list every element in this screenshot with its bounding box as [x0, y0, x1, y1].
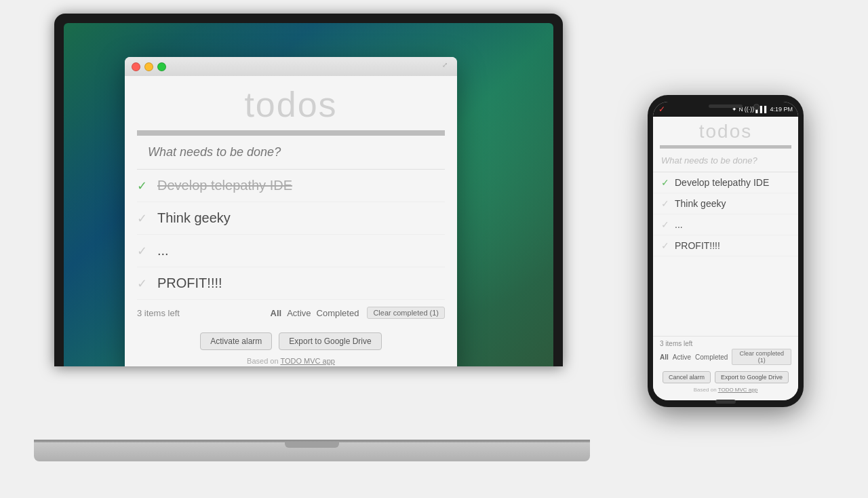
phone-status-indicator: ✓ [658, 104, 665, 114]
laptop-wallpaper: ⤢ todos ✓ [64, 23, 553, 366]
check-icon-1[interactable]: ✓ [137, 178, 157, 193]
clear-completed-button[interactable]: Clear completed (1) [367, 307, 445, 319]
progress-bar [137, 130, 445, 136]
time-display: 4:19 PM [770, 106, 793, 113]
todo-items-list: ✓ Develop telepathy IDE ✓ Think geeky ✓ … [137, 170, 445, 300]
phone-todo-mvc-link[interactable]: TODO MVC app [718, 387, 758, 393]
filter-completed[interactable]: Completed [317, 308, 359, 318]
todo-item[interactable]: ✓ Develop telepathy IDE [137, 170, 445, 202]
phone-check-icon-2[interactable]: ✓ [661, 198, 675, 209]
phone-todo-item[interactable]: ✓ PROFIT!!!! [653, 235, 798, 256]
phone: ✓ ✦ N ((·)) ▌▌▌ 4:19 PM todos What needs… [648, 95, 804, 407]
phone-filter-completed[interactable]: Completed [695, 353, 728, 361]
phone-status-right: ✦ N ((·)) ▌▌▌ 4:19 PM [732, 106, 793, 113]
check-icon-4[interactable]: ✓ [137, 276, 157, 291]
app-title: todos [125, 76, 457, 130]
phone-todo-text-4: PROFIT!!!! [675, 240, 720, 251]
phone-check-icon-4[interactable]: ✓ [661, 240, 675, 251]
phone-todo-item[interactable]: ✓ Develop telepathy IDE [653, 172, 798, 193]
phone-filter-active[interactable]: Active [673, 353, 691, 361]
export-google-drive-button[interactable]: Export to Google Drive [279, 332, 381, 350]
phone-clear-completed-button[interactable]: Clear completed (1) [732, 349, 791, 365]
phone-items-count: 3 items left [660, 340, 692, 347]
phone-filter-all[interactable]: All [660, 353, 669, 361]
laptop: ⤢ todos ✓ [34, 14, 590, 461]
phone-home-button[interactable] [715, 400, 736, 404]
filter-active[interactable]: Active [287, 308, 311, 318]
todo-mvc-link[interactable]: TODO MVC app [280, 357, 335, 365]
todo-text-1: Develop telepathy IDE [157, 178, 292, 193]
phone-footer: 3 items left All Active Completed Clear … [653, 336, 798, 400]
phone-app-title: todos [653, 117, 798, 145]
window-titlebar: ⤢ [125, 57, 457, 76]
phone-todo-text-2: Think geeky [675, 198, 726, 209]
bluetooth-icon: ✦ [732, 106, 737, 113]
nfc-icon: N [738, 106, 743, 113]
todo-window: ⤢ todos ✓ [125, 57, 457, 366]
todo-text-2: Think geeky [157, 210, 231, 226]
phone-cancel-alarm-button[interactable]: Cancel alarm [663, 371, 711, 383]
window-actions: Activate alarm Export to Google Drive [125, 326, 457, 357]
phone-check-icon-1[interactable]: ✓ [661, 177, 675, 188]
laptop-screen-outer: ⤢ todos ✓ [54, 14, 563, 366]
signal-icon: ▌▌▌ [755, 106, 768, 113]
phone-actions: Cancel alarm Export to Google Drive [660, 368, 791, 387]
minimize-button[interactable] [144, 62, 153, 71]
todo-text-4: PROFIT!!!! [157, 275, 222, 291]
phone-check-icon-3[interactable]: ✓ [661, 219, 675, 230]
close-button[interactable] [132, 62, 140, 71]
wifi-icon: ((·)) [745, 106, 755, 113]
todo-item[interactable]: ✓ PROFIT!!!! [137, 267, 445, 300]
todo-item[interactable]: ✓ Think geeky [137, 202, 445, 235]
expand-icon[interactable]: ⤢ [442, 61, 452, 71]
filter-all[interactable]: All [271, 308, 282, 318]
scene: ⤢ todos ✓ [0, 0, 868, 498]
todo-text-3: ... [157, 243, 169, 258]
filter-group: All Active Completed [271, 308, 359, 318]
phone-credit: Based on TODO MVC app [660, 387, 791, 397]
phone-input-area[interactable]: What needs to be done? [653, 149, 798, 172]
phone-status-bar: ✓ ✦ N ((·)) ▌▌▌ 4:19 PM [653, 102, 798, 117]
phone-todo-text-1: Develop telepathy IDE [675, 177, 769, 188]
laptop-screen-bezel: ⤢ todos ✓ [64, 23, 553, 366]
check-icon-2[interactable]: ✓ [137, 211, 157, 226]
todo-input-area[interactable] [137, 136, 445, 170]
todo-input[interactable] [137, 136, 445, 169]
activate-alarm-button[interactable]: Activate alarm [200, 332, 272, 350]
maximize-button[interactable] [157, 62, 166, 71]
credit-text: Based on [247, 357, 280, 365]
items-count: 3 items left [137, 308, 262, 318]
window-credit: Based on TODO MVC app [125, 357, 457, 366]
check-icon-3[interactable]: ✓ [137, 244, 157, 258]
todo-item[interactable]: ✓ ... [137, 235, 445, 267]
phone-todo-items: ✓ Develop telepathy IDE ✓ Think geeky ✓ … [653, 172, 798, 336]
todo-footer: 3 items left All Active Completed Clear … [137, 300, 445, 326]
phone-export-button[interactable]: Export to Google Drive [715, 371, 789, 383]
phone-todo-text-3: ... [675, 219, 683, 230]
phone-todo-item[interactable]: ✓ Think geeky [653, 193, 798, 214]
laptop-base [34, 442, 590, 461]
phone-screen: ✓ ✦ N ((·)) ▌▌▌ 4:19 PM todos What needs… [653, 102, 798, 400]
phone-todo-item[interactable]: ✓ ... [653, 214, 798, 235]
phone-input-placeholder: What needs to be done? [661, 155, 757, 166]
